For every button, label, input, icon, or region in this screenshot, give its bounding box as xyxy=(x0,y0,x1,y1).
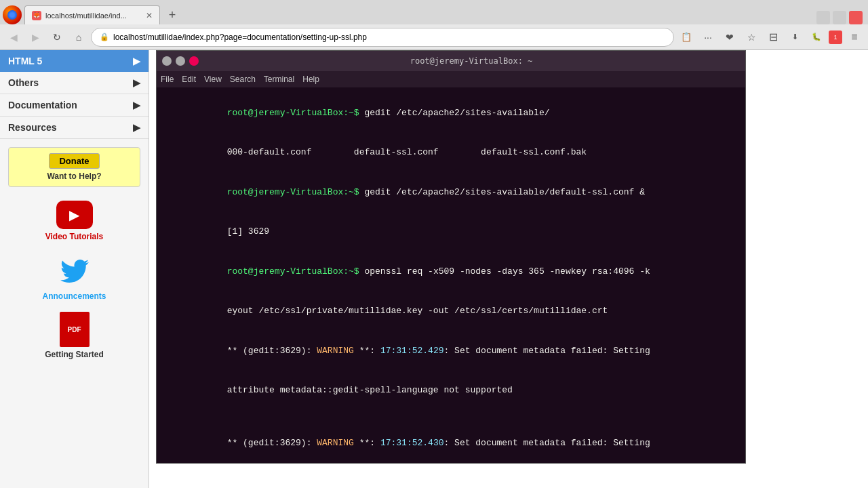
sidebar-item-html5-label: HTML 5 xyxy=(8,56,42,66)
terminal-menu-view[interactable]: View xyxy=(204,75,222,84)
close-tab-button[interactable]: ✕ xyxy=(146,11,153,20)
sidebar-item-resources[interactable]: Resources ▶ xyxy=(0,117,149,139)
sidebar-item-resources-label: Resources xyxy=(8,122,57,133)
sidebar-item-resources-arrow: ▶ xyxy=(133,122,140,133)
new-tab-button[interactable]: + xyxy=(163,5,182,24)
terminal-output-6: eyout /etc/ssl/private/mutillidae.key -o… xyxy=(227,306,608,316)
terminal-cmd-1: gedit /etc/apache2/sites-available/ xyxy=(364,108,549,118)
tab-favicon: 🦊 xyxy=(32,11,41,20)
url-bar[interactable]: 🔒 xyxy=(91,28,674,47)
sidebar-item-documentation-arrow: ▶ xyxy=(133,100,140,110)
lock-icon: 🔒 xyxy=(100,33,109,41)
sidebar-item-others-arrow: ▶ xyxy=(133,77,140,88)
terminal-line-1: root@jeremy-VirtualBox:~$ gedit /etc/apa… xyxy=(163,93,738,133)
back-button[interactable]: ◀ xyxy=(4,28,23,47)
main-content: sudo open Backu sudo cp Edit th sudo nan… xyxy=(149,50,868,488)
window-close-button[interactable] xyxy=(849,11,863,24)
sidebar-item-html5-arrow: ▶ xyxy=(133,56,140,66)
terminal-menu-file[interactable]: File xyxy=(161,75,174,84)
terminal-line-5: root@jeremy-VirtualBox:~$ openssl req -x… xyxy=(163,251,738,291)
terminal-menu-terminal[interactable]: Terminal xyxy=(264,75,294,84)
terminal-prompt-5: root@jeremy-VirtualBox:~$ xyxy=(227,266,365,277)
terminal-timestamp-10: 17:31:52.430 xyxy=(375,438,443,448)
sidebar-item-html5[interactable]: HTML 5 ▶ xyxy=(0,50,149,72)
terminal-title: root@jeremy-VirtualBox: ~ xyxy=(203,56,740,66)
sidebar-item-documentation-label: Documentation xyxy=(8,100,77,110)
terminal-warn-sep-10: **: xyxy=(354,438,375,448)
terminal-line-2: 000-default.conf default-ssl.conf defaul… xyxy=(163,133,738,173)
terminal-close-button[interactable] xyxy=(189,56,199,66)
terminal-prompt-1: root@jeremy-VirtualBox:~$ xyxy=(227,108,365,118)
pocket-button[interactable]: ❤ xyxy=(720,28,739,47)
terminal-warn-rest-10: : Set document metadata failed: Setting xyxy=(444,438,650,448)
donate-button[interactable]: Donate xyxy=(49,153,99,169)
tab-title: localhost/mutillidae/ind... xyxy=(45,12,127,20)
terminal-warning-7: WARNING xyxy=(317,346,354,356)
url-input[interactable] xyxy=(113,33,665,42)
reader-view-button[interactable]: 📋 xyxy=(677,28,696,47)
twitter-icon xyxy=(56,252,93,289)
home-button[interactable]: ⌂ xyxy=(69,28,88,47)
terminal-line-8: attribute metadata::gedit-spell-language… xyxy=(163,371,738,411)
terminal-line-6: eyout /etc/ssl/private/mutillidae.key -o… xyxy=(163,291,738,331)
youtube-section[interactable]: ▶ Video Tutorials xyxy=(5,201,143,241)
firefox-logo xyxy=(3,5,22,24)
nav-bar: ◀ ▶ ↻ ⌂ 🔒 📋 ··· ❤ ☆ ⊟ ⬇ 🐛 1 ≡ xyxy=(0,24,868,50)
window-minimize-button[interactable] xyxy=(816,11,830,24)
terminal-menu-edit[interactable]: Edit xyxy=(182,75,196,84)
pdf-icon: PDF xyxy=(60,312,90,347)
youtube-icon: ▶ xyxy=(56,201,93,229)
bookmark-button[interactable]: ☆ xyxy=(742,28,761,47)
terminal-line-4: [1] 3629 xyxy=(163,212,738,252)
more-tools-button[interactable]: ··· xyxy=(698,28,717,47)
terminal-prompt-3: root@jeremy-VirtualBox:~$ xyxy=(227,187,365,197)
terminal-line-10: ** (gedit:3629): WARNING **: 17:31:52.43… xyxy=(163,424,738,464)
menu-button[interactable]: ≡ xyxy=(845,28,864,47)
getstarted-label: Getting Started xyxy=(5,350,143,359)
browser-window: 🦊 localhost/mutillidae/ind... ✕ + ◀ ▶ ↻ … xyxy=(0,0,868,488)
terminal-minimize-button[interactable] xyxy=(162,56,172,66)
downloads-button[interactable]: ⬇ xyxy=(785,28,804,47)
forward-button[interactable]: ▶ xyxy=(26,28,45,47)
terminal-timestamp-7: 17:31:52.429 xyxy=(375,346,443,356)
sidebar-item-others-label: Others xyxy=(8,77,39,88)
donate-text: Want to Help? xyxy=(14,171,134,181)
active-tab[interactable]: 🦊 localhost/mutillidae/ind... ✕ xyxy=(24,5,160,24)
terminal-warn-prefix-10: ** (gedit:3629): xyxy=(227,438,317,448)
sidebar-item-documentation[interactable]: Documentation ▶ xyxy=(0,94,149,117)
browser-content: HTML 5 ▶ Others ▶ Documentation ▶ Resour… xyxy=(0,50,868,488)
terminal-body[interactable]: root@jeremy-VirtualBox:~$ gedit /etc/apa… xyxy=(157,87,745,463)
getstarted-section[interactable]: PDF Getting Started xyxy=(5,312,143,359)
terminal-maximize-button[interactable] xyxy=(176,56,185,66)
sidebar-item-others[interactable]: Others ▶ xyxy=(0,72,149,94)
twitter-label: Announcements xyxy=(5,291,143,301)
firebug-button[interactable]: 🐛 xyxy=(807,28,826,47)
bookmark-mgmt-icon[interactable]: ⊟ xyxy=(764,28,783,47)
terminal-line-3: root@jeremy-VirtualBox:~$ gedit /etc/apa… xyxy=(163,172,738,212)
terminal-titlebar: root@jeremy-VirtualBox: ~ xyxy=(157,51,745,71)
twitter-section[interactable]: Announcements xyxy=(5,252,143,301)
reload-button[interactable]: ↻ xyxy=(47,28,66,47)
terminal-warn-sep-7: **: xyxy=(354,346,375,356)
terminal-output-8: attribute metadata::gedit-spell-language… xyxy=(227,385,513,395)
terminal-output-2: 000-default.conf default-ssl.conf defaul… xyxy=(227,147,587,157)
sidebar: HTML 5 ▶ Others ▶ Documentation ▶ Resour… xyxy=(0,50,149,488)
terminal-menu-search[interactable]: Search xyxy=(230,75,256,84)
terminal-warn-prefix-7: ** (gedit:3629): xyxy=(227,346,317,356)
donate-section[interactable]: Donate Want to Help? xyxy=(8,147,140,187)
addon-badge[interactable]: 1 xyxy=(829,30,842,44)
terminal-cmd-3: gedit /etc/apache2/sites-available/defau… xyxy=(364,187,644,197)
terminal-window[interactable]: root@jeremy-VirtualBox: ~ File Edit View… xyxy=(156,50,746,464)
terminal-cmd-5: openssl req -x509 -nodes -days 365 -newk… xyxy=(364,266,650,277)
terminal-line-9 xyxy=(163,410,738,424)
terminal-warning-10: WARNING xyxy=(317,438,354,448)
window-maximize-button[interactable] xyxy=(833,11,846,24)
tab-bar: 🦊 localhost/mutillidae/ind... ✕ + xyxy=(0,0,868,24)
terminal-menu-help[interactable]: Help xyxy=(302,75,319,84)
terminal-line-7: ** (gedit:3629): WARNING **: 17:31:52.42… xyxy=(163,331,738,371)
terminal-warn-rest-7: : Set document metadata failed: Setting xyxy=(444,346,650,356)
youtube-label: Video Tutorials xyxy=(5,232,143,241)
terminal-menubar: File Edit View Search Terminal Help xyxy=(157,71,745,87)
terminal-output-4: [1] 3629 xyxy=(227,226,269,237)
